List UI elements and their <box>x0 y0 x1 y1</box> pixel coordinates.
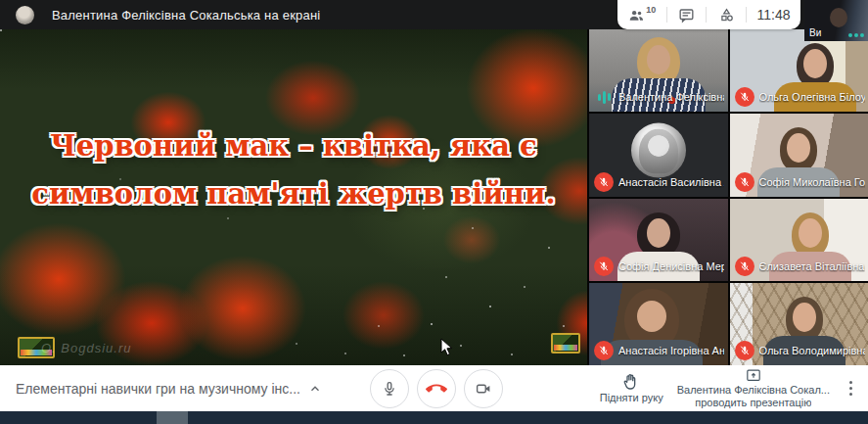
secondary-controls: Підняти руку Валентина Феліксівна Сокал.… <box>600 365 858 411</box>
people-icon <box>627 6 646 24</box>
mouse-cursor <box>440 338 454 357</box>
slide-caption-line1: Червоний мак – квітка, яка є <box>0 122 587 170</box>
participant-name: Софія Миколаївна Горді... <box>759 176 865 188</box>
slide-caption-line2: символом пам'яті жертв війни. <box>0 170 587 218</box>
activities-icon <box>717 6 736 24</box>
mic-off-icon <box>735 341 754 360</box>
chat-button[interactable] <box>675 6 698 24</box>
participant-avatar <box>631 123 686 178</box>
pill-divider <box>706 7 707 23</box>
speaking-indicator-icon <box>594 87 614 107</box>
participant-name: Анастасія Василівна Ан... <box>618 176 724 188</box>
mic-icon <box>381 380 398 398</box>
meeting-title: Елементарні навички гри на музичному інс… <box>16 381 300 397</box>
taskbar-thumb[interactable] <box>157 411 188 424</box>
participant-count: 10 <box>646 5 656 15</box>
participant-tile[interactable]: Анастасія Ігорівна Андр... <box>589 283 728 365</box>
activities-button[interactable] <box>715 6 738 24</box>
screen-share-view[interactable]: Червоний мак – квітка, яка є символом па… <box>0 29 587 365</box>
more-options-button[interactable] <box>844 375 858 401</box>
mic-off-icon <box>594 172 614 192</box>
mic-off-icon <box>594 341 614 360</box>
dew-droplets <box>0 29 2 31</box>
clock: 11:48 <box>755 7 793 23</box>
presenting-banner-text: Валентина Феліксівна Сокальська на екран… <box>52 8 320 23</box>
control-bar: Елементарні навички гри на музичному інс… <box>0 365 868 411</box>
meeting-status-pill: 10 11:48 <box>617 0 800 29</box>
self-video-tile[interactable]: Ви <box>804 0 868 41</box>
taskbar-strip <box>0 411 868 424</box>
meet-window: Валентина Феліксівна Сокальська на екран… <box>0 0 868 424</box>
self-silhouette <box>830 8 847 27</box>
participant-name: Ольга Володимирівна Н... <box>759 345 865 356</box>
participant-tile[interactable]: Валентина Феліксівна С... <box>589 29 728 112</box>
participant-tile[interactable]: Софія Денисівна Мерку... <box>589 199 728 281</box>
presenter-avatar <box>16 6 34 24</box>
participant-tile[interactable]: Софія Миколаївна Горді... <box>730 114 868 196</box>
participant-tile[interactable]: Анастасія Василівна Ан... <box>589 114 728 196</box>
pill-divider <box>666 7 667 23</box>
call-controls <box>370 367 503 409</box>
more-icon <box>849 381 852 384</box>
mic-off-icon <box>735 257 754 276</box>
mic-button[interactable] <box>370 369 409 408</box>
raise-hand-button[interactable]: Підняти руку <box>600 372 663 404</box>
video-logo-badge <box>551 333 580 353</box>
presenting-status[interactable]: Валентина Феліксівна Сокал... проводить … <box>677 368 830 409</box>
participant-name: Софія Денисівна Мерку... <box>618 260 724 272</box>
self-volume-indicator <box>848 33 864 37</box>
raise-hand-label: Підняти руку <box>600 392 663 404</box>
participant-name: Єлизавета Віталіївна Бі... <box>759 260 865 272</box>
raise-hand-icon <box>621 372 641 392</box>
mic-off-icon <box>735 87 754 107</box>
participants-button[interactable]: 10 <box>625 6 658 24</box>
presenter-name: Валентина Феліксівна Сокал... <box>677 384 830 397</box>
participant-tile[interactable]: Ольга Володимирівна Н... <box>730 283 868 365</box>
participant-tile[interactable]: Ольга Олегівна Білоус <box>730 29 868 112</box>
chevron-up-icon <box>308 382 322 396</box>
present-icon <box>745 368 762 384</box>
camera-button[interactable] <box>464 369 503 408</box>
video-watermark: O. Bogdsiu.ru <box>41 341 132 355</box>
pill-divider <box>746 7 747 23</box>
participants-panel: Валентина Феліксівна С... Ольга Олегівна… <box>587 29 868 365</box>
mic-off-icon <box>594 257 614 276</box>
mic-off-icon <box>735 172 754 192</box>
chat-icon <box>677 6 696 24</box>
camera-icon <box>475 380 492 398</box>
self-label: Ви <box>809 27 821 38</box>
hangup-icon <box>426 378 447 400</box>
participant-name: Ольга Олегівна Білоус <box>759 91 865 103</box>
participant-name: Валентина Феліксівна С... <box>618 91 724 103</box>
presenter-status-text: проводить презентацію <box>695 397 811 409</box>
participant-tile[interactable]: Єлизавета Віталіївна Бі... <box>730 199 868 281</box>
meeting-details-button[interactable]: Елементарні навички гри на музичному інс… <box>16 365 322 411</box>
participant-name: Анастасія Ігорівна Андр... <box>618 345 724 356</box>
hangup-button[interactable] <box>417 369 456 408</box>
